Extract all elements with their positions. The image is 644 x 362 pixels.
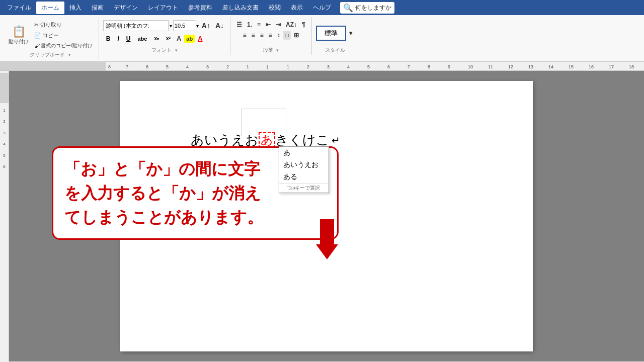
cut-button[interactable]: ✂ 切り取り xyxy=(32,20,95,30)
doc-area: 1 2 3 4 5 6 「お」と「か」の間に文字を入力すると「か」が消えてしまう… xyxy=(0,71,644,361)
candidate-item-3[interactable]: ある xyxy=(279,171,329,183)
arrow-head xyxy=(316,244,338,259)
font-top-row: ▾ ▾ A↑ A↓ xyxy=(103,20,226,31)
shrink-font-button[interactable]: A↓ xyxy=(213,21,226,31)
side-ruler-6: 6 xyxy=(3,164,5,169)
ruler-num4: 4 xyxy=(347,64,350,69)
arrow-shaft xyxy=(320,219,334,244)
para-content: ☰ 1. ≡ ⇤ ⇥ AZ↓ ¶ ≡ ≡ ≡ ≡ ↕ □ ⊞ xyxy=(234,18,307,46)
text-color-button[interactable]: A xyxy=(175,34,183,43)
numbering-button[interactable]: 1. xyxy=(245,20,254,29)
multilevel-button[interactable]: ≡ xyxy=(255,20,263,29)
ruler-num3: 3 xyxy=(327,64,330,69)
clipboard-expand-icon[interactable]: ▾ xyxy=(68,52,71,57)
side-ruler-4: 4 xyxy=(3,142,5,146)
align-left-button[interactable]: ≡ xyxy=(241,31,249,40)
ruler-num1: 1 xyxy=(287,64,289,69)
menu-help[interactable]: ヘルプ xyxy=(308,2,336,14)
ruler-num10: 10 xyxy=(468,64,473,69)
format-copy-icon: 🖌 xyxy=(34,43,40,49)
shading-button[interactable]: □ xyxy=(283,31,291,40)
font-size-input[interactable] xyxy=(173,20,195,31)
search-box[interactable]: 🔍 何をしますか xyxy=(340,2,394,14)
style-standard[interactable]: 標準 xyxy=(316,26,346,41)
menu-home[interactable]: ホーム xyxy=(36,2,64,14)
ime-active-char: あ xyxy=(259,132,275,148)
side-ruler-3: 3 xyxy=(3,131,5,135)
more-styles-button[interactable]: ▾ xyxy=(347,29,354,38)
styles-content: 標準 ▾ xyxy=(316,18,354,46)
font-name-input[interactable] xyxy=(103,20,169,31)
ruler-num-2: 2 xyxy=(226,64,229,69)
menu-mailings[interactable]: 差し込み文書 xyxy=(217,2,264,14)
menu-draw[interactable]: 描画 xyxy=(87,2,109,14)
styles-label: スタイル xyxy=(325,47,345,54)
search-icon: 🔍 xyxy=(343,3,353,13)
align-right-button[interactable]: ≡ xyxy=(258,31,266,40)
doc-wrapper: 「お」と「か」の間に文字を入力すると「か」が消えてしまうことがあります。 あいう… xyxy=(9,71,644,361)
ime-candidate-dropdown[interactable]: あ あいうえお ある Tabキーで選択 xyxy=(279,146,329,193)
font-expand-icon[interactable]: ▾ xyxy=(175,48,178,53)
ruler-num11: 11 xyxy=(488,64,493,69)
candidate-item-1[interactable]: あ xyxy=(279,147,329,159)
ruler-num14: 14 xyxy=(548,64,553,69)
menu-review[interactable]: 校閲 xyxy=(264,2,286,14)
decrease-indent-button[interactable]: ⇤ xyxy=(264,20,273,29)
menu-design[interactable]: デザイン xyxy=(109,2,143,14)
font-size-dropdown-icon[interactable]: ▾ xyxy=(196,23,199,29)
menu-layout[interactable]: レイアウト xyxy=(143,2,183,14)
font-color-button[interactable]: A xyxy=(196,34,204,43)
ruler-num12: 12 xyxy=(508,64,513,69)
ruler: 8 7 6 5 4 3 2 1 | 1 2 3 4 5 6 7 8 9 10 1… xyxy=(0,62,644,71)
para-label: 段落 ▾ xyxy=(263,47,279,54)
font-label: フォント ▾ xyxy=(151,47,178,54)
copy-label: コピー xyxy=(42,32,59,39)
ruler-num-1: 1 xyxy=(247,64,249,69)
underline-button[interactable]: U xyxy=(123,34,134,43)
font-dropdown-icon[interactable]: ▾ xyxy=(170,23,172,29)
increase-indent-button[interactable]: ⇥ xyxy=(274,20,283,29)
format-copy-label: 書式のコピー/貼り付け xyxy=(41,42,93,49)
clipboard-label: クリップボード ▾ xyxy=(30,51,71,58)
clipboard-content: 📋 貼り付け ✂ 切り取り 📄 コピー xyxy=(6,18,95,50)
justify-button[interactable]: ≡ xyxy=(267,31,274,40)
ruler-num8: 8 xyxy=(428,64,430,69)
para-row2: ≡ ≡ ≡ ≡ ↕ □ ⊞ xyxy=(241,31,301,40)
line-spacing-button[interactable]: ↕ xyxy=(275,31,282,40)
ime-tab-hint: Tabキーで選択 xyxy=(279,183,329,193)
ruler-num-7: 7 xyxy=(126,64,128,69)
bullets-button[interactable]: ☰ xyxy=(234,20,244,29)
copy-button[interactable]: 📄 コピー xyxy=(32,31,95,40)
menu-view[interactable]: 表示 xyxy=(286,2,308,14)
ruler-num-3: 3 xyxy=(206,64,209,69)
paste-button[interactable]: 📋 貼り付け xyxy=(6,24,31,47)
sort-button[interactable]: AZ↓ xyxy=(284,20,299,29)
ruler-num16: 16 xyxy=(589,64,594,69)
format-copy-button[interactable]: 🖌 書式のコピー/貼り付け xyxy=(32,41,95,50)
italic-button[interactable]: I xyxy=(114,34,122,43)
highlight-button[interactable]: ab xyxy=(184,35,195,43)
ribbon-clipboard-group: 📋 貼り付け ✂ 切り取り 📄 コピー xyxy=(4,17,99,59)
ruler-num15: 15 xyxy=(569,64,574,69)
menu-bar: ファイル ホーム 挿入 描画 デザイン レイアウト 参考資料 差し込み文書 校閲… xyxy=(0,0,644,15)
superscript-button[interactable]: x² xyxy=(163,35,174,42)
border-button[interactable]: ⊞ xyxy=(292,31,301,40)
strikethrough-button[interactable]: abc xyxy=(134,35,150,43)
side-ruler: 1 2 3 4 5 6 xyxy=(0,71,9,361)
menu-file[interactable]: ファイル xyxy=(2,2,36,14)
ruler-num2: 2 xyxy=(307,64,309,69)
cut-icon: ✂ xyxy=(34,22,39,28)
ruler-num-5: 5 xyxy=(166,64,169,69)
ruler-num-4: 4 xyxy=(186,64,189,69)
para-expand-icon[interactable]: ▾ xyxy=(276,48,279,53)
subscript-button[interactable]: x₂ xyxy=(151,35,162,42)
candidate-item-2[interactable]: あいうえお xyxy=(279,159,329,171)
align-center-button[interactable]: ≡ xyxy=(250,31,257,40)
bold-button[interactable]: B xyxy=(103,34,114,43)
menu-insert[interactable]: 挿入 xyxy=(64,2,87,14)
ruler-num17: 17 xyxy=(609,64,614,69)
show-marks-button[interactable]: ¶ xyxy=(300,20,307,29)
ruler-num9: 9 xyxy=(448,64,450,69)
grow-font-button[interactable]: A↑ xyxy=(200,21,212,31)
menu-references[interactable]: 参考資料 xyxy=(183,2,217,14)
